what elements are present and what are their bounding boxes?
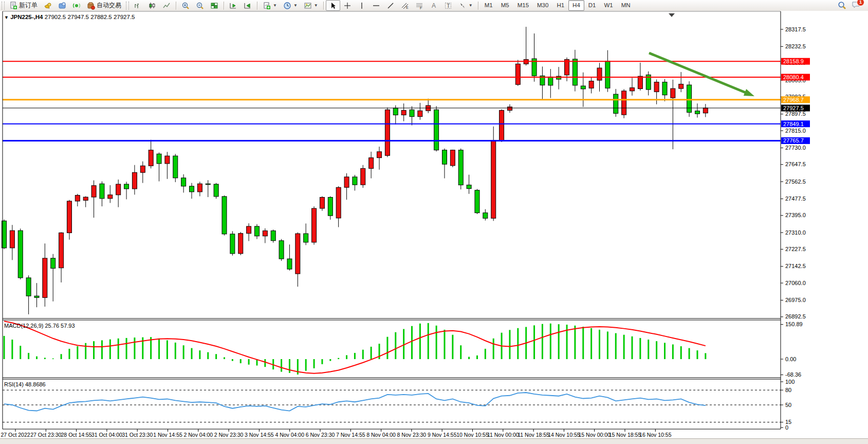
notifications-button[interactable]: 1 bbox=[852, 1, 861, 10]
line-chart-button[interactable] bbox=[159, 0, 174, 11]
candle bbox=[589, 81, 594, 88]
templates-button[interactable]: ▼ bbox=[301, 0, 321, 11]
timeframe-d1[interactable]: D1 bbox=[584, 0, 600, 11]
toolbox-button[interactable] bbox=[55, 0, 69, 11]
autotrading-button[interactable]: 自动交易 bbox=[84, 0, 124, 11]
price-axis-label: 27730.0 bbox=[785, 145, 806, 151]
toolbar-grip bbox=[126, 2, 129, 10]
candle bbox=[10, 230, 14, 248]
status-strip bbox=[0, 438, 868, 444]
time-axis-label: 9 Nov 14:55 bbox=[428, 432, 457, 438]
new-chart-button[interactable]: ▼ bbox=[260, 0, 280, 11]
horizontal-line-tool-button[interactable] bbox=[369, 0, 383, 11]
candle bbox=[418, 111, 422, 116]
tile-windows-button[interactable] bbox=[207, 0, 221, 11]
candle bbox=[353, 177, 357, 185]
price-axis-label: 27562.5 bbox=[785, 179, 806, 185]
candle bbox=[91, 186, 96, 197]
zoom-in-button[interactable] bbox=[178, 0, 193, 11]
periods-button[interactable]: ▼ bbox=[280, 0, 301, 11]
timeframe-m15[interactable]: M15 bbox=[513, 0, 533, 11]
rsi-pane[interactable] bbox=[3, 379, 781, 429]
market-watch-button[interactable] bbox=[41, 0, 55, 11]
main-chart-pane[interactable] bbox=[3, 11, 781, 318]
candle bbox=[190, 186, 194, 192]
price-axis-label: 27227.5 bbox=[785, 246, 806, 252]
chart-menu-caret[interactable]: ▼ bbox=[4, 15, 9, 20]
fibonacci-tool-button[interactable]: F bbox=[412, 0, 427, 11]
arrows-tool-button[interactable]: ▼ bbox=[455, 0, 476, 11]
horizontal-line-icon bbox=[372, 2, 380, 10]
rsi-axis-label: 0 bbox=[785, 424, 788, 431]
bar-chart-button[interactable] bbox=[131, 0, 145, 11]
price-axis-label: 27310.0 bbox=[785, 229, 806, 236]
timeframe-m1[interactable]: M1 bbox=[481, 0, 497, 11]
notification-badge: 1 bbox=[857, 0, 864, 6]
candle bbox=[26, 278, 31, 296]
crosshair-icon bbox=[343, 2, 352, 10]
candle bbox=[132, 172, 137, 189]
svg-text:E: E bbox=[406, 6, 409, 9]
candle bbox=[197, 184, 202, 192]
chart-area: ▼ JPN225-,H4 27902.5 27947.5 27882.5 279… bbox=[0, 11, 868, 438]
rsi-label: RSI(14) 48.8686 bbox=[4, 381, 46, 387]
price-level-badge-text: 27927.5 bbox=[783, 105, 804, 111]
candle bbox=[279, 241, 284, 259]
timeframe-m30[interactable]: M30 bbox=[533, 0, 552, 11]
candle bbox=[124, 184, 129, 189]
templates-icon bbox=[304, 2, 312, 10]
candle bbox=[622, 91, 626, 115]
candle bbox=[108, 195, 113, 199]
macd-pane[interactable] bbox=[3, 321, 781, 378]
chart-shift-button[interactable] bbox=[241, 0, 255, 11]
candle bbox=[654, 82, 659, 92]
search-icon[interactable] bbox=[838, 1, 846, 10]
time-axis-label: 31 Oct 23:30 bbox=[122, 432, 153, 438]
price-axis-label: 27897.5 bbox=[785, 111, 806, 117]
new-order-button[interactable]: 新订单 bbox=[6, 0, 41, 11]
label-tool-button[interactable]: T bbox=[441, 0, 455, 11]
svg-text:A: A bbox=[432, 2, 436, 9]
candle bbox=[312, 208, 317, 242]
signals-button[interactable] bbox=[69, 0, 84, 11]
zoom-out-button[interactable] bbox=[193, 0, 207, 11]
candle bbox=[703, 108, 708, 113]
candle bbox=[296, 234, 300, 274]
time-axis-label: 10 Nov 10:55 bbox=[456, 432, 489, 438]
auto-scroll-button[interactable] bbox=[226, 0, 241, 11]
candle bbox=[467, 185, 471, 189]
price-chart-canvas[interactable]: 28317.528232.528150.028065.027982.527897… bbox=[0, 11, 868, 438]
channel-tool-button[interactable]: E bbox=[398, 0, 412, 11]
line-chart-icon bbox=[162, 2, 171, 10]
crosshair-tool-button[interactable] bbox=[340, 0, 355, 11]
time-axis-label: 28 Oct 14:55 bbox=[61, 432, 92, 438]
autotrading-label: 自动交易 bbox=[97, 1, 121, 10]
candle bbox=[165, 156, 170, 164]
text-label-icon: T bbox=[444, 2, 452, 10]
timeframe-mn[interactable]: MN bbox=[617, 0, 635, 11]
price-axis-label: 27815.0 bbox=[785, 128, 806, 134]
vertical-line-icon bbox=[358, 2, 366, 10]
candle bbox=[695, 111, 699, 114]
candle bbox=[401, 110, 406, 115]
candle bbox=[442, 150, 447, 164]
time-axis-label: 7 Nov 14:55 bbox=[336, 432, 365, 438]
trendline-tool-button[interactable] bbox=[383, 0, 398, 11]
timeframe-h4[interactable]: H4 bbox=[568, 0, 584, 11]
rsi-axis-label: 50 bbox=[785, 402, 791, 408]
timeframe-h1[interactable]: H1 bbox=[552, 0, 568, 11]
vertical-line-tool-button[interactable] bbox=[355, 0, 369, 11]
toolbar-grip bbox=[2, 2, 5, 10]
equidistant-channel-icon: E bbox=[401, 2, 409, 10]
candle bbox=[59, 233, 64, 268]
timeframe-w1[interactable]: W1 bbox=[600, 0, 617, 11]
clock-icon bbox=[283, 2, 291, 10]
candle bbox=[679, 84, 684, 88]
candlestick-button[interactable] bbox=[145, 0, 159, 11]
text-tool-button[interactable]: A bbox=[427, 0, 441, 11]
timeframe-m5[interactable]: M5 bbox=[497, 0, 513, 11]
price-level-badge-text: 28158.9 bbox=[783, 58, 804, 64]
cursor-tool-button[interactable] bbox=[326, 0, 340, 11]
new-order-label: 新订单 bbox=[19, 1, 38, 10]
price-axis-label: 26892.5 bbox=[785, 313, 806, 319]
